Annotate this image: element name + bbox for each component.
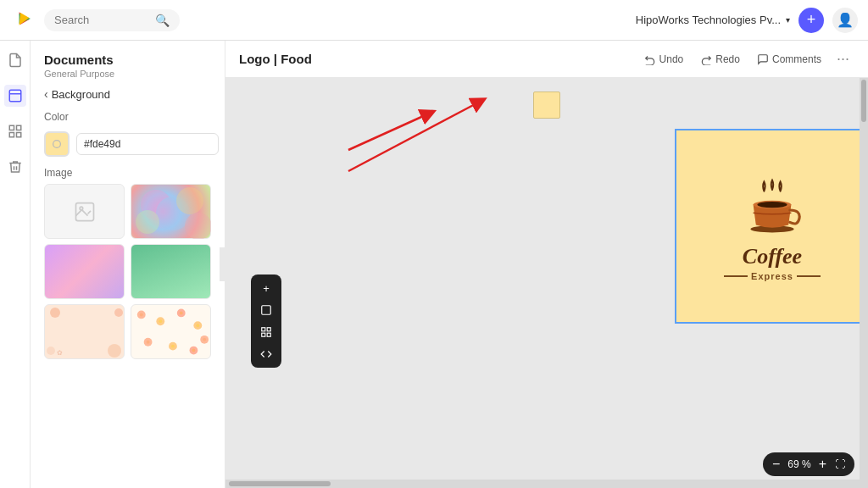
svg-rect-40 bbox=[262, 328, 265, 331]
svg-point-26 bbox=[159, 319, 162, 323]
user-icon: 👤 bbox=[837, 12, 854, 28]
editor-title: Logo | Food bbox=[239, 52, 634, 66]
vertical-scrollbar[interactable] bbox=[860, 78, 868, 488]
undo-button[interactable]: Undo bbox=[637, 49, 691, 69]
svg-rect-5 bbox=[9, 133, 14, 137]
float-grid-button[interactable] bbox=[254, 322, 278, 342]
float-add-button[interactable]: + bbox=[254, 278, 278, 298]
svg-point-32 bbox=[146, 341, 149, 344]
comments-button[interactable]: Comments bbox=[750, 49, 828, 69]
main-layout: Documents General Purpose ‹ Background C… bbox=[0, 41, 868, 488]
float-code-button[interactable] bbox=[254, 344, 278, 364]
color-swatch-button[interactable] bbox=[44, 131, 70, 157]
svg-line-9 bbox=[75, 209, 81, 215]
zoom-bar: − 69 % + ⛶ bbox=[763, 452, 854, 476]
svg-point-36 bbox=[192, 349, 195, 352]
svg-point-19 bbox=[108, 344, 121, 358]
sidebar-title: Documents bbox=[44, 53, 211, 67]
coffee-cup-image bbox=[738, 171, 806, 239]
editor-toolbar: Logo | Food Undo Redo Comments ··· bbox=[225, 41, 868, 78]
image-thumb-none[interactable] bbox=[44, 184, 125, 239]
image-thumb-gradient4[interactable]: ✿ bbox=[44, 304, 125, 359]
sidebar-back-label: Background bbox=[52, 88, 110, 101]
search-icon: 🔍 bbox=[155, 14, 170, 27]
zoom-level: 69 % bbox=[784, 458, 814, 470]
floating-toolbar: + bbox=[251, 274, 281, 368]
user-menu-button[interactable]: 👤 bbox=[832, 8, 858, 33]
svg-point-24 bbox=[139, 313, 142, 316]
more-options-button[interactable]: ··· bbox=[832, 50, 854, 68]
svg-point-28 bbox=[179, 312, 182, 315]
svg-point-16 bbox=[136, 210, 159, 234]
image-section-label: Image bbox=[31, 164, 225, 184]
app-logo[interactable] bbox=[10, 6, 36, 34]
svg-rect-42 bbox=[262, 333, 265, 336]
company-selector[interactable]: HipoWorks Technologies Pv... ▾ bbox=[636, 14, 790, 26]
sidebar-header: Documents General Purpose bbox=[31, 41, 225, 80]
svg-rect-3 bbox=[9, 125, 14, 130]
image-thumb-gradient5[interactable] bbox=[131, 304, 211, 359]
undo-label: Undo bbox=[659, 53, 684, 65]
svg-point-18 bbox=[50, 308, 60, 318]
svg-rect-4 bbox=[16, 125, 20, 130]
image-thumb-gradient1[interactable] bbox=[131, 184, 211, 239]
add-button[interactable]: + bbox=[798, 8, 824, 33]
rail-trash-icon[interactable] bbox=[4, 156, 26, 178]
image-thumb-gradient3[interactable] bbox=[131, 244, 211, 299]
redo-label: Redo bbox=[715, 53, 740, 65]
svg-line-48 bbox=[348, 114, 429, 150]
content-area: Logo | Food Undo Redo Comments ··· + bbox=[225, 41, 868, 488]
color-hex-input[interactable] bbox=[76, 133, 219, 155]
svg-point-38 bbox=[203, 338, 206, 341]
navbar: 🔍 HipoWorks Technologies Pv... ▾ + 👤 bbox=[0, 0, 868, 41]
rail-grid-icon[interactable] bbox=[4, 120, 26, 142]
icon-rail bbox=[0, 41, 31, 488]
company-name: HipoWorks Technologies Pv... bbox=[636, 14, 781, 26]
svg-point-21 bbox=[114, 308, 123, 317]
svg-point-30 bbox=[196, 324, 199, 327]
canvas-color-indicator bbox=[533, 92, 560, 119]
svg-rect-43 bbox=[267, 333, 270, 336]
canvas-area[interactable]: + bbox=[225, 78, 868, 488]
horizontal-scrollbar-thumb[interactable] bbox=[229, 481, 331, 486]
svg-point-46 bbox=[757, 202, 787, 208]
sidebar-subtitle: General Purpose bbox=[44, 69, 211, 79]
back-arrow-icon: ‹ bbox=[44, 87, 48, 101]
svg-line-11 bbox=[81, 209, 87, 215]
svg-line-47 bbox=[348, 102, 480, 171]
image-grid: ✿ bbox=[31, 184, 225, 359]
logo-coffee-text: Coffee bbox=[743, 244, 802, 269]
search-input[interactable] bbox=[54, 14, 150, 26]
float-element-button[interactable] bbox=[254, 300, 278, 320]
rail-document-icon[interactable] bbox=[4, 49, 26, 71]
svg-rect-41 bbox=[267, 328, 270, 331]
svg-point-15 bbox=[176, 187, 203, 214]
vertical-scrollbar-thumb[interactable] bbox=[861, 80, 866, 122]
svg-point-7 bbox=[53, 141, 61, 148]
svg-point-20 bbox=[47, 347, 55, 355]
svg-rect-6 bbox=[16, 133, 20, 137]
zoom-in-button[interactable]: + bbox=[815, 457, 831, 472]
svg-point-34 bbox=[170, 345, 174, 348]
svg-rect-39 bbox=[262, 306, 271, 315]
image-thumb-gradient2[interactable] bbox=[44, 244, 125, 299]
svg-rect-1 bbox=[9, 90, 21, 102]
color-row bbox=[31, 128, 225, 164]
rail-layers-icon[interactable] bbox=[4, 85, 26, 107]
search-bar[interactable]: 🔍 bbox=[44, 9, 180, 31]
zoom-out-button[interactable]: − bbox=[768, 457, 784, 472]
sidebar-collapse-handle[interactable]: › bbox=[220, 247, 225, 281]
redo-button[interactable]: Redo bbox=[693, 49, 747, 69]
comments-label: Comments bbox=[772, 53, 821, 65]
sidebar: Documents General Purpose ‹ Background C… bbox=[31, 41, 225, 488]
logo-express-text: Express bbox=[724, 271, 821, 281]
zoom-fit-button[interactable]: ⛶ bbox=[831, 458, 849, 470]
sidebar-back-button[interactable]: ‹ Background bbox=[31, 80, 225, 108]
chevron-down-icon: ▾ bbox=[786, 15, 790, 25]
svg-text:✿: ✿ bbox=[57, 349, 63, 357]
color-section-label: Color bbox=[31, 108, 225, 128]
svg-line-12 bbox=[87, 210, 91, 214]
horizontal-scrollbar[interactable] bbox=[225, 480, 860, 488]
logo-card[interactable]: Coffee Express bbox=[675, 129, 868, 324]
